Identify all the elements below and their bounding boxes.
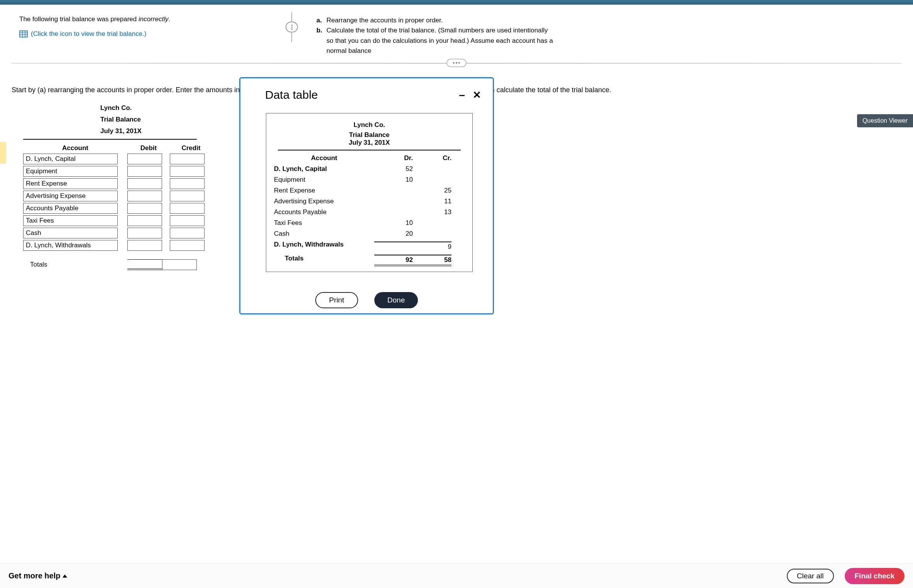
question-header: The following trial balance was prepared…	[0, 5, 913, 63]
dt-cr	[413, 176, 451, 184]
highlight-tab	[0, 142, 6, 164]
dt-col-account: Account	[274, 154, 374, 162]
requirements-list: a. Rearrange the accounts in proper orde…	[316, 15, 556, 56]
dt-dr	[374, 241, 413, 251]
dt-company: Lynch Co.	[274, 121, 465, 129]
req-b-marker: b.	[316, 25, 326, 56]
dt-dr: 52	[374, 165, 413, 173]
dt-dr: 10	[374, 219, 413, 227]
credit-input[interactable]	[170, 178, 205, 189]
account-select[interactable]: D. Lynch, Withdrawals	[23, 240, 118, 251]
print-button[interactable]: Print	[315, 292, 358, 308]
account-select[interactable]: Equipment	[23, 166, 118, 177]
section-divider	[12, 63, 901, 64]
req-b-text: Calculate the total of the trial balance…	[326, 25, 556, 56]
credit-input[interactable]	[170, 215, 205, 226]
dt-row: D. Lynch, Capital52	[274, 165, 465, 173]
page-footer: Get more help Clear all Final check	[0, 563, 913, 588]
dt-cr: 9	[413, 241, 451, 251]
close-icon[interactable]: ✕	[473, 90, 481, 100]
dt-row: Rent Expense25	[274, 187, 465, 194]
trial-balance-worksheet: Lynch Co. Trial Balance July 31, 201X Ac…	[23, 104, 255, 270]
get-more-help-label: Get more help	[8, 571, 60, 580]
account-select[interactable]: Advertising Expense	[23, 191, 118, 201]
dt-account: Advertising Expense	[274, 198, 374, 205]
dt-cr	[413, 230, 451, 238]
dt-dr	[374, 198, 413, 205]
expand-handle-icon[interactable]	[446, 59, 467, 67]
credit-input[interactable]	[170, 154, 205, 164]
intro-post: .	[168, 15, 170, 23]
dt-cr: 13	[413, 208, 451, 216]
debit-input[interactable]	[127, 228, 162, 238]
final-check-button[interactable]: Final check	[845, 568, 905, 584]
dt-subtitle: Trial Balance	[274, 131, 465, 139]
data-table-box: Lynch Co. Trial Balance July 31, 201X Ac…	[266, 113, 473, 272]
get-more-help-button[interactable]: Get more help	[8, 571, 67, 580]
debit-input[interactable]	[127, 166, 162, 177]
caret-up-icon	[63, 574, 67, 578]
debit-input[interactable]	[127, 203, 162, 214]
dt-totals-label: Totals	[274, 255, 374, 266]
credit-input[interactable]	[170, 240, 205, 251]
intro-pre: The following trial balance was prepared	[19, 15, 139, 23]
dt-total-cr: 58	[413, 255, 451, 266]
debit-input[interactable]	[127, 215, 162, 226]
account-select[interactable]: Taxi Fees	[23, 215, 118, 226]
view-trial-balance-link[interactable]: (Click the icon to view the trial balanc…	[19, 30, 289, 38]
done-button[interactable]: Done	[374, 292, 418, 308]
dt-row: Taxi Fees10	[274, 219, 465, 227]
dt-cr: 11	[413, 198, 451, 205]
tb-row: Cash	[23, 228, 255, 238]
credit-input[interactable]	[170, 166, 205, 177]
dt-row: Advertising Expense11	[274, 198, 465, 205]
totals-label: Totals	[23, 261, 127, 269]
col-credit: Credit	[170, 144, 212, 152]
dt-col-cr: Cr.	[413, 154, 451, 162]
credit-input[interactable]	[170, 203, 205, 214]
svg-rect-0	[20, 31, 27, 37]
requirement-b: b. Calculate the total of the trial bala…	[316, 25, 556, 56]
dt-account: Accounts Payable	[274, 208, 374, 216]
credit-input[interactable]	[170, 228, 205, 238]
minimize-icon[interactable]: –	[459, 90, 465, 100]
drag-handle-icon[interactable]	[286, 22, 298, 32]
account-select[interactable]: D. Lynch, Capital	[23, 154, 118, 164]
debit-input[interactable]	[127, 178, 162, 189]
dt-account: Taxi Fees	[274, 219, 374, 227]
tb-row: Advertising Expense	[23, 191, 255, 201]
requirement-a: a. Rearrange the accounts in proper orde…	[316, 15, 556, 25]
data-table-modal: Data table – ✕ Lynch Co. Trial Balance J…	[239, 77, 494, 314]
dt-row: D. Lynch, Withdrawals9	[274, 241, 465, 251]
modal-title: Data table	[265, 88, 318, 101]
question-viewer-tab[interactable]: Question Viewer	[857, 114, 913, 127]
dt-row: Equipment10	[274, 176, 465, 184]
credit-input[interactable]	[170, 191, 205, 201]
table-icon	[19, 30, 28, 37]
dt-dr: 10	[374, 176, 413, 184]
totals-credit-input[interactable]	[162, 259, 197, 270]
tb-totals-row: Totals	[23, 259, 255, 270]
account-select[interactable]: Rent Expense	[23, 178, 118, 189]
account-select[interactable]: Accounts Payable	[23, 203, 118, 214]
tb-column-headers: Account Debit Credit	[23, 144, 255, 152]
dt-total-dr: 92	[374, 255, 413, 266]
clear-all-button[interactable]: Clear all	[787, 569, 834, 583]
account-select[interactable]: Cash	[23, 228, 118, 238]
link-text[interactable]: (Click the icon to view the trial balanc…	[31, 30, 147, 38]
modal-header: Data table – ✕	[240, 78, 493, 108]
dt-cr: 25	[413, 187, 451, 194]
debit-input[interactable]	[127, 191, 162, 201]
dt-dr	[374, 208, 413, 216]
window-titlebar	[0, 0, 913, 5]
tb-row: Accounts Payable	[23, 203, 255, 214]
intro-em: incorrectly	[139, 15, 168, 23]
tb-row: D. Lynch, Capital	[23, 154, 255, 164]
debit-input[interactable]	[127, 240, 162, 251]
dt-col-dr: Dr.	[374, 154, 413, 162]
dt-column-headers: Account Dr. Cr.	[274, 154, 465, 162]
dt-cr	[413, 165, 451, 173]
tb-row: D. Lynch, Withdrawals	[23, 240, 255, 251]
debit-input[interactable]	[127, 154, 162, 164]
tb-date: July 31, 201X	[23, 127, 197, 140]
